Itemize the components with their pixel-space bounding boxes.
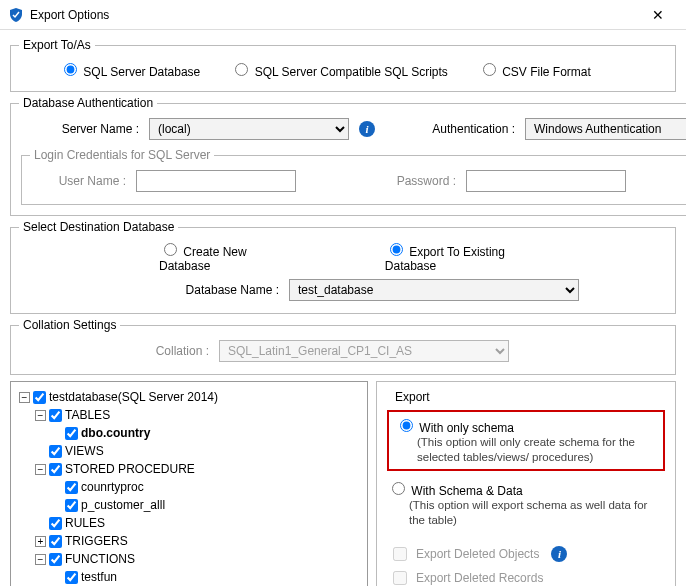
collapse-icon[interactable]: − — [35, 554, 46, 565]
auth-select[interactable]: Windows Authentication — [525, 118, 686, 140]
chk-deleted-records[interactable]: Export Deleted Records — [387, 568, 665, 586]
collation-legend: Collation Settings — [19, 318, 120, 332]
dest-db-group: Select Destination Database Create New D… — [10, 220, 676, 314]
dest-db-legend: Select Destination Database — [19, 220, 178, 234]
collapse-icon[interactable]: − — [35, 410, 46, 421]
server-name-label: Server Name : — [29, 122, 139, 136]
tree-tables[interactable]: −TABLES dbo.country — [35, 406, 361, 442]
radio-schema-only[interactable]: With only schema — [395, 421, 514, 435]
radio-create-db[interactable]: Create New Database — [159, 240, 275, 273]
radio-existing-db[interactable]: Export To Existing Database — [385, 240, 527, 273]
export-to-as-group: Export To/As SQL Server Database SQL Ser… — [10, 38, 676, 92]
tree-fn-testfun[interactable]: testfun — [51, 568, 361, 586]
app-icon — [8, 7, 24, 23]
tree-functions[interactable]: −FUNCTIONS testfun — [35, 550, 361, 586]
login-creds-group: Login Credentials for SQL Server User Na… — [21, 148, 686, 205]
close-icon[interactable]: ✕ — [638, 7, 678, 23]
tree-root[interactable]: −testdatabase(SQL Server 2014) −TABLES d… — [19, 388, 361, 586]
collation-select[interactable]: SQL_Latin1_General_CP1_CI_AS — [219, 340, 509, 362]
window-title: Export Options — [30, 8, 638, 22]
radio-sql-scripts[interactable]: SQL Server Compatible SQL Scripts — [230, 60, 448, 79]
tree-rules[interactable]: RULES — [35, 514, 361, 532]
schema-only-desc: (This option will only create schema for… — [395, 435, 657, 465]
tree-sp-customer-alll[interactable]: p_customer_alll — [51, 496, 361, 514]
collapse-icon[interactable]: − — [19, 392, 30, 403]
server-name-select[interactable]: (local) — [149, 118, 349, 140]
tree-triggers[interactable]: +TRIGGERS — [35, 532, 361, 550]
auth-label: Authentication : — [395, 122, 515, 136]
highlight-schema-only: With only schema (This option will only … — [387, 410, 665, 471]
object-tree[interactable]: −testdatabase(SQL Server 2014) −TABLES d… — [10, 381, 368, 586]
login-creds-legend: Login Credentials for SQL Server — [30, 148, 214, 162]
db-name-select[interactable]: test_database — [289, 279, 579, 301]
export-to-as-legend: Export To/As — [19, 38, 95, 52]
password-label: Password : — [306, 174, 456, 188]
password-field[interactable] — [466, 170, 626, 192]
username-field[interactable] — [136, 170, 296, 192]
expand-icon[interactable]: + — [35, 536, 46, 547]
collation-group: Collation Settings Collation : SQL_Latin… — [10, 318, 676, 375]
db-auth-group: Database Authentication Server Name : (l… — [10, 96, 686, 216]
db-name-label: Database Name : — [29, 283, 279, 297]
schema-data-desc: (This option will export schema as well … — [387, 498, 665, 528]
export-options-group: Export With only schema (This option wil… — [376, 381, 676, 586]
info-icon[interactable]: i — [551, 546, 567, 562]
username-label: User Name : — [36, 174, 126, 188]
tree-stored-proc[interactable]: −STORED PROCEDURE counrtyproc p_customer… — [35, 460, 361, 514]
tree-views[interactable]: VIEWS — [35, 442, 361, 460]
collapse-icon[interactable]: − — [35, 464, 46, 475]
tree-sp-counrtyproc[interactable]: counrtyproc — [51, 478, 361, 496]
radio-sql-server-db[interactable]: SQL Server Database — [59, 60, 200, 79]
export-options-legend: Export — [391, 390, 434, 404]
tree-table-dbo-country[interactable]: dbo.country — [51, 424, 361, 442]
chk-deleted-objects[interactable]: Export Deleted Objects i — [387, 544, 665, 564]
radio-csv[interactable]: CSV File Format — [478, 60, 591, 79]
collation-label: Collation : — [29, 344, 209, 358]
info-icon[interactable]: i — [359, 121, 375, 137]
db-auth-legend: Database Authentication — [19, 96, 157, 110]
radio-schema-data[interactable]: With Schema & Data — [387, 484, 523, 498]
